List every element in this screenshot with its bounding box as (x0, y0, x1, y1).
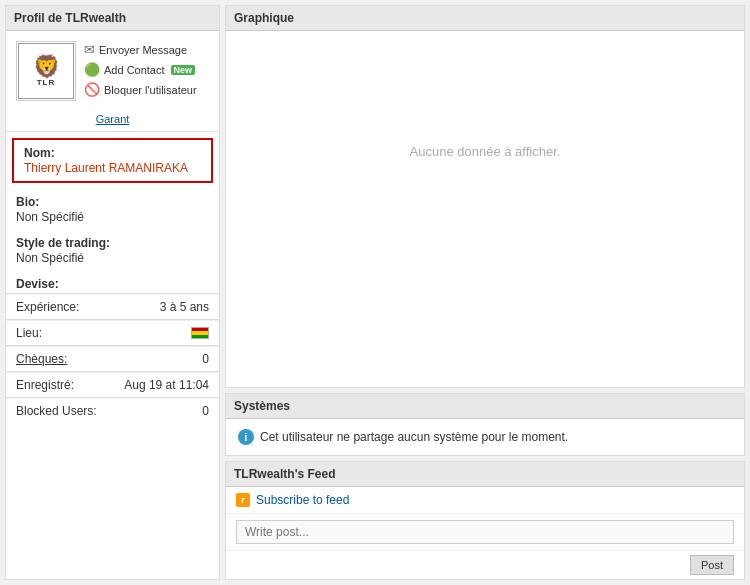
graphique-header: Graphique (226, 6, 744, 31)
enregistre-label: Enregistré: (16, 378, 74, 392)
flag-icon (191, 327, 209, 339)
avatar-lion-icon: 🦁 (33, 56, 60, 78)
blocked-value: 0 (202, 404, 209, 418)
email-icon: ✉ (84, 42, 95, 57)
add-contact-label: Add Contact (104, 64, 165, 76)
avatar: 🦁 TLR (16, 41, 76, 101)
nom-label: Nom: (24, 146, 201, 160)
enregistre-value: Aug 19 at 11:04 (124, 378, 209, 392)
bio-value: Non Spécifié (16, 210, 209, 224)
post-button-row: Post (226, 551, 744, 579)
new-badge: New (171, 65, 196, 75)
enregistre-row: Enregistré: Aug 19 at 11:04 (6, 372, 219, 397)
graphique-content: Aucune donnée à afficher. (226, 31, 744, 271)
bio-label: Bio: (16, 195, 209, 209)
style-section: Style de trading: Non Spécifié (6, 230, 219, 271)
write-post-input[interactable] (236, 520, 734, 544)
blocked-label: Blocked Users: (16, 404, 97, 418)
feed-header: TLRwealth's Feed (226, 462, 744, 487)
right-panel: Graphique Aucune donnée à afficher. Syst… (220, 0, 750, 585)
experience-value: 3 à 5 ans (160, 300, 209, 314)
style-label: Style de trading: (16, 236, 209, 250)
devise-section: Devise: (6, 271, 219, 293)
experience-label: Expérience: (16, 300, 79, 314)
blocked-row: Blocked Users: 0 (6, 398, 219, 423)
send-message-button[interactable]: ✉ Envoyer Message (84, 41, 197, 58)
left-panel: Profil de TLRwealth 🦁 TLR ✉ Envoyer Mess… (5, 5, 220, 580)
lieu-label: Lieu: (16, 326, 42, 340)
post-button[interactable]: Post (690, 555, 734, 575)
left-panel-header: Profil de TLRwealth (6, 6, 219, 31)
block-user-label: Bloquer l'utilisateur (104, 84, 197, 96)
experience-row: Expérience: 3 à 5 ans (6, 294, 219, 319)
devise-label: Devise: (16, 277, 209, 291)
systemes-section: Systèmes i Cet utilisateur ne partage au… (225, 393, 745, 456)
divider-1 (6, 131, 219, 132)
add-contact-icon: 🟢 (84, 62, 100, 77)
write-post-bar (226, 514, 744, 551)
feed-section: TLRwealth's Feed r Subscribe to feed Pos… (225, 461, 745, 580)
graphique-empty-text: Aucune donnée à afficher. (410, 144, 561, 159)
systemes-header: Systèmes (226, 394, 744, 419)
cheques-value: 0 (202, 352, 209, 366)
systemes-message: Cet utilisateur ne partage aucun système… (260, 430, 568, 444)
rss-icon: r (236, 493, 250, 507)
profile-section: 🦁 TLR ✉ Envoyer Message 🟢 Add Contact Ne… (6, 31, 219, 111)
add-contact-button[interactable]: 🟢 Add Contact New (84, 61, 197, 78)
bio-section: Bio: Non Spécifié (6, 189, 219, 230)
lieu-row: Lieu: (6, 320, 219, 345)
block-user-button[interactable]: 🚫 Bloquer l'utilisateur (84, 81, 197, 98)
systemes-content: i Cet utilisateur ne partage aucun systè… (226, 419, 744, 455)
subscribe-to-feed-button[interactable]: r Subscribe to feed (226, 487, 744, 514)
block-icon: 🚫 (84, 82, 100, 97)
style-value: Non Spécifié (16, 251, 209, 265)
nom-value: Thierry Laurent RAMANIRAKA (24, 161, 201, 175)
subscribe-label: Subscribe to feed (256, 493, 349, 507)
garant-link[interactable]: Garant (6, 111, 219, 131)
info-circle-icon: i (238, 429, 254, 445)
nom-section: Nom: Thierry Laurent RAMANIRAKA (12, 138, 213, 183)
action-buttons: ✉ Envoyer Message 🟢 Add Contact New 🚫 Bl… (84, 41, 197, 98)
graphique-section: Graphique Aucune donnée à afficher. (225, 5, 745, 388)
cheques-row: Chèques: 0 (6, 346, 219, 371)
send-message-label: Envoyer Message (99, 44, 187, 56)
cheques-label[interactable]: Chèques: (16, 352, 67, 366)
